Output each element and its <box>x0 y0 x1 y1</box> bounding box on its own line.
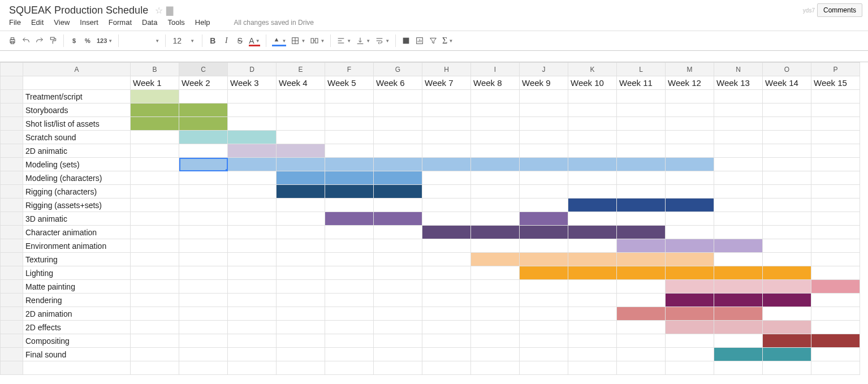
cell[interactable] <box>811 158 860 171</box>
cell[interactable] <box>763 131 811 144</box>
cell[interactable] <box>714 185 763 199</box>
cell[interactable] <box>374 131 422 144</box>
cell[interactable] <box>666 361 714 375</box>
cell[interactable] <box>277 144 325 158</box>
cell[interactable] <box>325 212 374 226</box>
cell[interactable] <box>763 226 811 239</box>
week-header-cell[interactable]: Week 3 <box>228 76 277 90</box>
format-currency[interactable]: $ <box>67 33 81 48</box>
cell[interactable] <box>228 266 277 280</box>
cell[interactable] <box>374 294 422 307</box>
cell[interactable] <box>666 131 714 144</box>
horizontal-align-button[interactable]: ▼ <box>334 33 353 48</box>
cell[interactable] <box>228 321 277 334</box>
cell[interactable] <box>520 294 568 307</box>
cell[interactable] <box>763 239 811 253</box>
cell[interactable] <box>471 90 520 103</box>
task-name-cell[interactable]: 2D effects <box>23 321 131 334</box>
cell[interactable] <box>811 334 860 348</box>
cell[interactable] <box>374 266 422 280</box>
cell[interactable] <box>811 348 860 361</box>
task-name-cell[interactable]: Compositing <box>23 334 131 348</box>
cell[interactable] <box>568 199 617 212</box>
insert-link-icon[interactable] <box>399 33 413 48</box>
week-header-cell[interactable]: Week 14 <box>763 76 811 90</box>
cell[interactable] <box>23 76 131 90</box>
cell[interactable] <box>617 131 666 144</box>
cell[interactable] <box>277 348 325 361</box>
cell[interactable] <box>811 103 860 117</box>
cell[interactable] <box>666 144 714 158</box>
cell[interactable] <box>763 199 811 212</box>
cell[interactable] <box>811 171 860 185</box>
row-header[interactable] <box>1 131 23 144</box>
row-header[interactable] <box>1 307 23 321</box>
cell[interactable] <box>374 158 422 171</box>
cell[interactable] <box>471 131 520 144</box>
task-name-cell[interactable]: Environment animation <box>23 239 131 253</box>
cell[interactable] <box>811 361 860 375</box>
cell[interactable] <box>617 90 666 103</box>
cell[interactable] <box>325 226 374 239</box>
week-header-cell[interactable]: Week 6 <box>374 76 422 90</box>
cell[interactable] <box>277 334 325 348</box>
column-header-P[interactable]: P <box>811 63 860 76</box>
cell[interactable] <box>763 171 811 185</box>
font-family-dropdown[interactable]: ▼ <box>122 33 162 48</box>
cell[interactable] <box>763 294 811 307</box>
cell[interactable] <box>422 348 471 361</box>
row-header[interactable] <box>1 253 23 266</box>
cell[interactable] <box>714 158 763 171</box>
cell[interactable] <box>763 90 811 103</box>
cell[interactable] <box>422 321 471 334</box>
row-header[interactable] <box>1 226 23 239</box>
week-header-cell[interactable]: Week 10 <box>568 76 617 90</box>
format-number[interactable]: 123▼ <box>94 33 115 48</box>
cell[interactable] <box>714 226 763 239</box>
cell[interactable] <box>811 199 860 212</box>
cell[interactable] <box>422 280 471 294</box>
cell[interactable] <box>325 294 374 307</box>
cell[interactable] <box>422 131 471 144</box>
cell[interactable] <box>520 307 568 321</box>
cell[interactable] <box>763 144 811 158</box>
cell[interactable] <box>179 348 228 361</box>
cell[interactable] <box>131 266 179 280</box>
cell[interactable] <box>811 90 860 103</box>
cell[interactable] <box>520 280 568 294</box>
cell[interactable] <box>763 321 811 334</box>
vertical-align-button[interactable]: ▼ <box>353 33 373 48</box>
cell[interactable] <box>471 334 520 348</box>
cell[interactable] <box>617 199 666 212</box>
cell[interactable] <box>617 321 666 334</box>
cell[interactable] <box>714 199 763 212</box>
row-header[interactable] <box>1 212 23 226</box>
row-header[interactable] <box>1 185 23 199</box>
cell[interactable] <box>228 117 277 131</box>
task-name-cell[interactable]: Rigging (characters) <box>23 185 131 199</box>
cell[interactable] <box>568 334 617 348</box>
cell[interactable] <box>568 226 617 239</box>
italic-button[interactable]: I <box>219 33 233 48</box>
cell[interactable] <box>228 226 277 239</box>
column-header-H[interactable]: H <box>422 63 471 76</box>
cell[interactable] <box>131 171 179 185</box>
cell[interactable] <box>179 117 228 131</box>
cell[interactable] <box>666 266 714 280</box>
cell[interactable] <box>277 253 325 266</box>
cell[interactable] <box>617 307 666 321</box>
cell[interactable] <box>325 266 374 280</box>
menu-edit[interactable]: Edit <box>31 18 44 27</box>
cell[interactable] <box>714 348 763 361</box>
cell[interactable] <box>714 239 763 253</box>
row-header[interactable] <box>1 171 23 185</box>
week-header-cell[interactable]: Week 9 <box>520 76 568 90</box>
task-name-cell[interactable]: Modeling (characters) <box>23 171 131 185</box>
week-header-cell[interactable]: Week 12 <box>666 76 714 90</box>
format-percent[interactable]: % <box>81 33 94 48</box>
week-header-cell[interactable]: Week 15 <box>811 76 860 90</box>
menu-insert[interactable]: Insert <box>80 18 98 27</box>
cell[interactable] <box>520 144 568 158</box>
cell[interactable] <box>228 212 277 226</box>
cell[interactable] <box>325 185 374 199</box>
